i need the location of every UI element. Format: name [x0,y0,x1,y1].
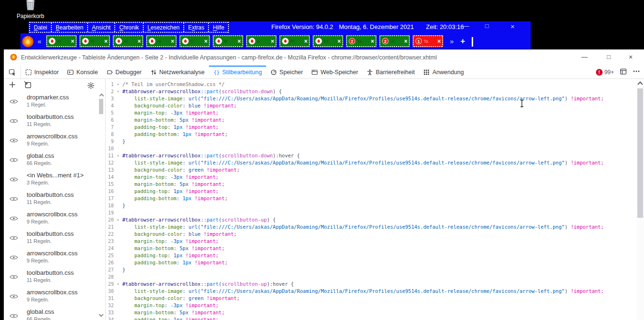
visibility-toggle-eye-icon[interactable] [10,117,18,126]
scroll-up-icon[interactable] [99,94,104,98]
stylesheet-item[interactable]: toolbarbutton.css11 Regeln. [4,230,98,249]
fold-arrow-icon[interactable]: ▾ [114,281,122,288]
browser-tab[interactable]: u:× [246,35,277,47]
browser-tab[interactable]: Al× [46,35,77,47]
visibility-toggle-eye-icon[interactable] [10,97,18,106]
devtools-tab-stilbearbeitung[interactable]: {}Stilbearbeitung [209,66,266,78]
visibility-toggle-eye-icon[interactable] [10,136,18,145]
devtools-tab-speicher[interactable]: Speicher [266,66,307,78]
fold-arrow-icon[interactable]: ▾ [114,88,122,95]
visibility-toggle-eye-icon[interactable] [10,234,18,242]
browser-tab[interactable]: 2Ui× [379,35,410,47]
visibility-toggle-eye-icon[interactable] [10,253,18,262]
stylesheet-item[interactable]: arrowscrollbox.css9 Regeln. [4,210,98,230]
devtools-tab-netzwerkanalyse[interactable]: Netzwerkanalyse [146,66,209,78]
tab-close-button[interactable]: × [171,39,174,44]
tab-close-button[interactable]: × [404,39,407,44]
window-scrollbar[interactable] [636,79,644,320]
new-tab-button[interactable]: + [460,37,465,46]
browser-tab[interactable]: 2Ta× [346,35,376,47]
browser-tab[interactable]: Al× [79,35,110,47]
sidebar-scrollbar[interactable] [99,92,104,320]
close-button[interactable]: × [507,22,518,30]
menu-item-datei[interactable]: Datei [30,23,52,32]
gear-icon[interactable] [87,82,95,91]
error-count-badge[interactable]: ! 99+ [596,69,614,76]
tab-close-button[interactable]: × [138,39,141,44]
recycle-bin[interactable]: Papierkorb [12,0,49,19]
visibility-toggle-eye-icon[interactable] [10,156,18,165]
fold-arrow-icon[interactable]: ▾ [114,216,122,223]
maximize-button[interactable]: □ [604,53,614,60]
stylesheet-item[interactable]: toolbarbutton.css11 Regeln. [4,191,98,210]
tab-close-button[interactable]: × [437,39,441,44]
dock-options-icon[interactable] [620,68,627,77]
import-stylesheet-button[interactable] [24,81,31,90]
stylesheet-item[interactable]: toolbarbutton.css11 Regeln. [4,269,98,288]
browser-tab[interactable]: M× [213,35,243,47]
tab-close-button[interactable]: × [371,39,374,44]
stylesheet-item[interactable]: <in Webs...ment #1>3 Regeln. [4,171,98,191]
browser-tab-active[interactable]: 1Ta× [413,35,443,47]
visibility-toggle-eye-icon[interactable] [10,175,18,184]
visibility-toggle-eye-icon[interactable] [10,214,18,223]
scroll-tabs-right-button[interactable]: » [450,37,454,45]
recycle-bin-label: Papierkorb [12,13,49,19]
tab-close-button[interactable]: × [304,39,307,44]
tab-close-button[interactable]: × [71,39,74,44]
menu-item-ansicht[interactable]: Ansicht [88,23,115,32]
scroll-up-icon[interactable] [637,81,643,87]
browser-tab[interactable]: Ex× [313,35,343,47]
scroll-down-icon[interactable] [99,312,104,317]
menu-item-bearbeiten[interactable]: Bearbeiten [52,23,88,32]
stylesheet-item[interactable]: arrowscrollbox.css9 Regeln. [4,249,98,269]
stylesheet-item[interactable]: arrowscrollbox.css9 Regeln. [4,288,98,308]
menu-item-extras[interactable]: Extras [184,23,209,32]
meatballs-menu-icon[interactable] [633,68,640,77]
devtools-tab-konsole[interactable]: Konsole [63,66,102,78]
tab-close-button[interactable]: × [238,39,241,44]
browser-tab[interactable]: Al× [113,35,143,47]
tab-close-button[interactable]: × [271,39,274,44]
css-source-editor[interactable]: 1▾/* Teil im userChromeShadow.css */2▾#t… [106,79,636,320]
scroll-tabs-left-button[interactable]: « [36,37,43,45]
firefox-logo-icon [21,34,35,48]
menu-item-lesezeichen[interactable]: Lesezeichen [144,23,184,32]
stylesheet-item[interactable]: dropmarker.css1 Regel. [4,93,98,113]
fold-arrow-icon[interactable]: ▾ [114,81,122,88]
fold-gutter [114,116,122,124]
devtools-tab-debugger[interactable]: Debugger [102,66,146,78]
stylesheet-item[interactable]: arrowscrollbox.css9 Regeln. [4,132,98,152]
stylesheet-item[interactable]: global.css66 Regeln. [4,308,98,320]
visibility-toggle-eye-icon[interactable] [10,195,18,204]
visibility-toggle-eye-icon[interactable] [10,292,18,301]
devtools-tab-barrierefreiheit[interactable]: Barrierefreiheit [362,66,419,78]
devtools-tab-web-speicher[interactable]: Web-Speicher [307,66,362,78]
close-button[interactable]: × [626,53,635,61]
fold-arrow-icon[interactable]: ▾ [114,152,122,159]
firefox-tab-bar: « Al×Al×Al×Al×C:×M×u:×PI×Ex×2Ta×2Ui×1Ta×… [20,33,531,49]
minimize-button[interactable]: — [461,22,471,29]
stylesheet-item[interactable]: toolbarbutton.css11 Regeln. [4,113,98,132]
browser-tab[interactable]: PI× [279,35,310,47]
devtools-tab-anwendung[interactable]: Anwendung [419,66,468,78]
minimize-button[interactable]: — [580,53,589,60]
tab-close-button[interactable]: × [337,39,341,44]
all-tabs-button[interactable] [472,37,473,45]
browser-tab[interactable]: Al× [146,35,177,47]
scrollbar-thumb[interactable] [637,88,643,218]
new-stylesheet-button[interactable] [9,81,16,90]
maximize-button[interactable]: □ [482,22,492,29]
tab-close-button[interactable]: × [104,39,108,44]
menu-item-chronik[interactable]: Chronik [115,23,143,32]
scrollbar-thumb[interactable] [99,99,103,114]
visibility-toggle-eye-icon[interactable] [10,273,18,281]
firefox-titlebar: DateiBearbeitenAnsichtChronikLesezeichen… [29,21,531,33]
stylesheet-item[interactable]: global.css66 Regeln. [4,152,98,171]
tab-close-button[interactable]: × [204,39,208,44]
browser-tab[interactable]: C:× [179,35,210,47]
devtools-tab-inspektor[interactable]: Inspektor [21,66,63,78]
menu-item-hilfe[interactable]: Hilfe [209,23,228,32]
pick-element-button[interactable] [4,66,21,78]
visibility-toggle-eye-icon[interactable] [10,312,18,320]
